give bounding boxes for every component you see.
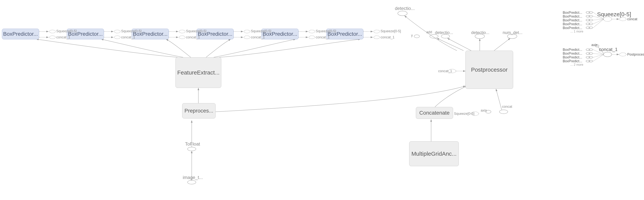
svg-point-13 xyxy=(374,36,380,39)
svg-point-5 xyxy=(114,36,120,39)
out-squeeze-2: Squeeze[0-5] xyxy=(186,29,206,33)
svg-point-21 xyxy=(500,110,508,114)
sa-out: concat xyxy=(627,17,637,21)
out-squeeze-3: Squeeze[0-5] xyxy=(251,29,271,33)
svg-point-35 xyxy=(620,17,626,21)
lbl-detectio-b: detectio... xyxy=(435,30,453,35)
sa-in-1: BoxPredict... xyxy=(563,15,582,19)
node-feature-extractor[interactable]: FeatureExtract... xyxy=(176,57,221,88)
svg-point-2 xyxy=(50,30,56,33)
lbl-add: add xyxy=(426,30,432,34)
svg-point-46 xyxy=(620,53,626,56)
out-squeeze-4: Squeeze[0-5] xyxy=(316,29,336,33)
node-image-tensor[interactable]: image_t... xyxy=(183,175,203,180)
lbl-detectio-c: detectio... xyxy=(471,30,489,35)
node-preprocessor[interactable]: Preproces... xyxy=(182,103,216,118)
label: BoxPredictor... xyxy=(3,31,38,37)
sa-title[interactable]: Squeeze[0-5] xyxy=(597,11,631,18)
out-concat1-3: concat_1 xyxy=(251,35,265,39)
node-box-predictor-0[interactable]: BoxPredictor... xyxy=(2,29,39,39)
svg-point-12 xyxy=(374,30,380,33)
label: Postprocessor xyxy=(471,67,508,73)
label: MultipleGridAnc... xyxy=(412,150,457,157)
svg-point-31 xyxy=(589,23,593,25)
lbl-y: y xyxy=(411,34,413,38)
svg-point-14 xyxy=(398,11,407,16)
node-tofloat[interactable]: ToFloat xyxy=(185,141,200,147)
sb-in-0: BoxPredict... xyxy=(563,48,582,52)
node-postprocessor[interactable]: Postprocessor xyxy=(466,51,513,89)
sa-in-4: BoxPredict... xyxy=(563,26,582,30)
label: Preproces... xyxy=(184,108,213,114)
label: FeatureExtract... xyxy=(177,69,220,76)
sa-in-2: BoxPredict... xyxy=(563,18,582,22)
sa-in-3: BoxPredict... xyxy=(563,22,582,26)
out-squeeze-1: Squeeze[0-5] xyxy=(121,29,142,33)
svg-point-6 xyxy=(179,30,185,33)
sa-more: ... 1 more xyxy=(570,30,583,33)
sa-in-0: BoxPredict... xyxy=(563,11,582,15)
sb-more: ... 2 more xyxy=(570,63,583,67)
svg-point-41 xyxy=(589,56,593,58)
sb-in-3: BoxPredict... xyxy=(563,59,582,63)
svg-point-33 xyxy=(589,27,593,29)
svg-point-1 xyxy=(188,147,196,151)
label: Concatenate xyxy=(419,110,450,116)
lbl-concat1-in: concat_1 xyxy=(438,69,452,73)
svg-point-43 xyxy=(589,60,593,62)
svg-point-37 xyxy=(589,49,593,51)
svg-point-0 xyxy=(188,180,196,184)
out-concat1-1: concat_1 xyxy=(121,35,135,39)
lbl-detectio-top: detectio... xyxy=(395,6,415,11)
out-concat1-2: concat_1 xyxy=(186,35,200,39)
svg-point-45 xyxy=(603,52,612,57)
svg-point-39 xyxy=(589,53,593,54)
svg-point-7 xyxy=(179,36,185,39)
sb-out: Postproces... xyxy=(627,53,644,57)
node-multiple-grid-anc[interactable]: MultipleGridAnc... xyxy=(409,141,459,166)
lbl-num-det: num_det... xyxy=(503,30,522,35)
svg-point-3 xyxy=(50,36,56,39)
svg-point-11 xyxy=(309,36,315,39)
svg-point-8 xyxy=(244,30,250,33)
out-concat1-4: concat_1 xyxy=(316,35,330,39)
out-squeeze-5: Squeeze[0-5] xyxy=(380,29,401,33)
svg-point-29 xyxy=(589,19,593,21)
svg-point-10 xyxy=(309,30,315,33)
sb-in-1: BoxPredict... xyxy=(563,52,582,56)
sb-in-2: BoxPredict... xyxy=(563,55,582,59)
svg-point-27 xyxy=(589,15,593,17)
node-concatenate[interactable]: Concatenate xyxy=(416,107,453,119)
sb-axis: axis xyxy=(591,43,598,47)
out-squeeze-0: Squeeze[0-5] xyxy=(56,29,77,33)
svg-point-4 xyxy=(114,30,120,33)
lbl-squeeze-in: Squeeze[0-5] xyxy=(454,112,474,116)
svg-point-25 xyxy=(589,12,593,13)
sb-title[interactable]: concat_1 xyxy=(599,47,618,52)
svg-point-15 xyxy=(414,35,420,38)
out-concat1-5: concat_1 xyxy=(380,35,394,39)
lbl-axis-in: axis xyxy=(481,108,487,112)
out-concat1-0: concat_1 xyxy=(56,35,70,39)
lbl-concat-in: concat xyxy=(502,105,512,109)
svg-point-9 xyxy=(244,36,250,39)
